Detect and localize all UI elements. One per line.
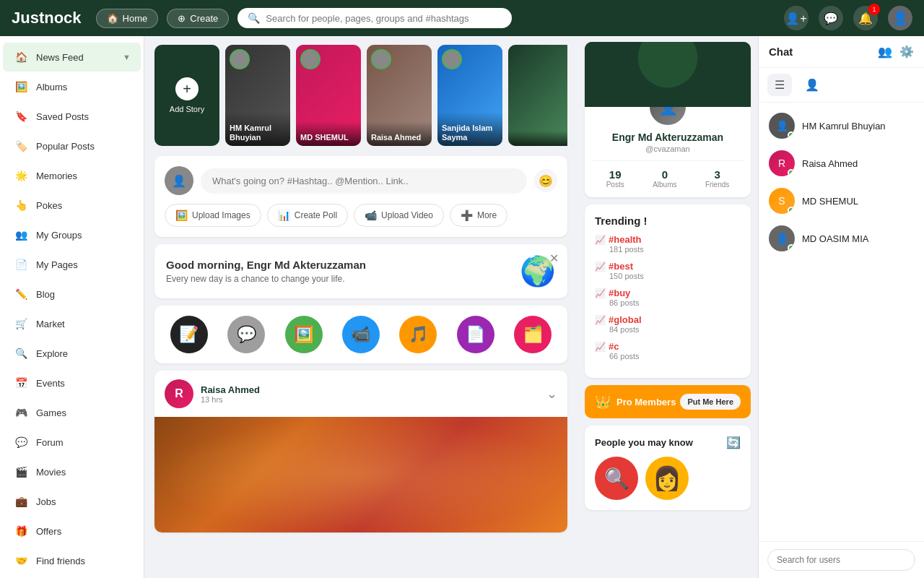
sidebar-item-forum[interactable]: 💬 Forum: [3, 428, 141, 457]
sidebar-item-blog[interactable]: ✏️ Blog: [3, 280, 141, 309]
sidebar-item-my-pages[interactable]: 📄 My Pages: [3, 250, 141, 279]
post-types-row: 📝 💬 🖼️ 📹 🎵 📄 🗂️: [154, 306, 567, 363]
main-feed: + Add Story HM Kamrul Bhuyian MD SHEMUL …: [144, 36, 578, 578]
feed-post-image: [154, 417, 567, 532]
trending-item-c[interactable]: #c 66 posts: [595, 341, 741, 361]
sidebar-item-news-feed[interactable]: 🏠 News Feed ▼: [3, 43, 141, 72]
home-button[interactable]: 🏠 Home: [96, 9, 159, 28]
person-card-1[interactable]: 🔍: [595, 457, 638, 500]
tab-messages[interactable]: ☰: [767, 74, 792, 96]
chat-item-md-oasim[interactable]: 👤 MD OASIM MIA: [759, 220, 924, 257]
search-input[interactable]: [266, 13, 502, 24]
person-card-2[interactable]: 👩: [645, 457, 689, 500]
trending-item-global[interactable]: #global 84 posts: [595, 314, 741, 334]
post-type-quote[interactable]: 💬: [227, 316, 265, 353]
chat-item-md-shemul[interactable]: S MD SHEMUL: [759, 182, 924, 220]
video-post-icon: 📹: [351, 325, 370, 344]
put-me-here-button[interactable]: Put Me Here: [680, 394, 741, 410]
trending-tag-buy: #buy: [595, 288, 741, 298]
tab-contacts[interactable]: 👤: [798, 74, 827, 96]
story-card-cover[interactable]: [508, 45, 567, 146]
post-actions: 🖼️ Upload Images 📊 Create Poll 📹 Upload …: [165, 204, 557, 227]
more-button[interactable]: ➕ More: [450, 204, 507, 227]
sidebar-item-memories[interactable]: 🌟 Memories: [3, 161, 141, 190]
sidebar-item-movies[interactable]: 🎬 Movies: [3, 457, 141, 486]
sidebar-item-my-groups[interactable]: 👥 My Groups: [3, 220, 141, 249]
stat-friends: 3 Friends: [705, 168, 729, 189]
trending-item-buy[interactable]: #buy 86 posts: [595, 288, 741, 307]
chat-item-hm-kamrul[interactable]: 👤 HM Kamrul Bhuyian: [759, 107, 924, 144]
notification-badge: 1: [868, 4, 880, 15]
close-button[interactable]: ✕: [549, 251, 559, 265]
albums-icon: 🖼️: [13, 79, 29, 95]
chat-avatar-hm-kamrul: 👤: [769, 113, 795, 139]
story-card-sanjida[interactable]: Sanjida Islam Sayma: [437, 45, 502, 146]
sidebar-item-find-friends[interactable]: 🤝 Find friends: [3, 546, 141, 575]
feed-post-username: Raisa Ahmed: [201, 384, 539, 395]
friends-count: 3: [705, 168, 729, 181]
chat-item-raisa-ahmed[interactable]: R Raisa Ahmed: [759, 144, 924, 182]
story-card-raisa-ahmed[interactable]: Raisa Ahmed: [367, 45, 432, 146]
chat-avatar-md-shemul: S: [769, 188, 795, 214]
refresh-button[interactable]: 🔄: [726, 436, 741, 449]
trending-count-buy: 86 posts: [609, 298, 741, 307]
upload-images-icon: 🖼️: [175, 210, 188, 221]
add-story-card[interactable]: + Add Story: [154, 45, 219, 146]
upload-images-button[interactable]: 🖼️ Upload Images: [165, 204, 261, 227]
main-layout: 🏠 News Feed ▼ 🖼️ Albums 🔖 Saved Posts 🏷️…: [0, 36, 924, 578]
create-poll-button[interactable]: 📊 Create Poll: [267, 204, 348, 227]
jobs-icon: 💼: [13, 493, 29, 509]
add-friend-button[interactable]: 👤+: [784, 6, 808, 30]
chat-search-input[interactable]: [767, 549, 915, 571]
trending-count-best: 150 posts: [609, 272, 741, 280]
sidebar-item-pokes[interactable]: 👆 Pokes: [3, 191, 141, 220]
add-contact-icon[interactable]: 👥: [878, 45, 892, 59]
post-input[interactable]: [201, 168, 527, 194]
feed-post-menu-button[interactable]: ⌄: [546, 386, 557, 402]
create-button[interactable]: ⊕ Create: [167, 9, 229, 28]
story-card-hm-kamrul[interactable]: HM Kamrul Bhuyian: [225, 45, 290, 146]
online-indicator-raisa: [788, 169, 795, 176]
explore-icon: 🔍: [13, 345, 29, 361]
post-type-gallery[interactable]: 🗂️: [514, 316, 552, 353]
chat-tabs: ☰ 👤: [759, 68, 924, 103]
search-icon: 🔍: [248, 12, 260, 24]
sidebar-item-albums[interactable]: 🖼️ Albums: [3, 72, 141, 101]
settings-icon[interactable]: ⚙️: [899, 45, 914, 59]
upload-video-button[interactable]: 📹 Upload Video: [354, 204, 444, 227]
story-avatar-hm-kamrul: [230, 49, 250, 69]
post-type-video[interactable]: 📹: [342, 316, 380, 353]
sidebar-item-games[interactable]: 🎮 Games: [3, 398, 141, 427]
memories-icon: 🌟: [13, 168, 29, 184]
emoji-button[interactable]: 😊: [534, 169, 557, 192]
sidebar-item-market[interactable]: 🛒 Market: [3, 309, 141, 338]
post-type-image[interactable]: 🖼️: [285, 316, 323, 353]
albums-label: Albums: [653, 181, 676, 189]
sidebar-item-events[interactable]: 📅 Events: [3, 368, 141, 397]
sidebar-item-explore[interactable]: 🔍 Explore: [3, 339, 141, 368]
trending-item-best[interactable]: #best 150 posts: [595, 261, 741, 280]
contacts-tab-icon: 👤: [805, 79, 819, 91]
search-bar[interactable]: 🔍: [237, 8, 512, 28]
people-header: People you may know 🔄: [595, 436, 741, 449]
notifications-button[interactable]: 🔔 1: [853, 6, 878, 30]
user-avatar-nav[interactable]: 👤: [888, 6, 912, 30]
people-you-may-know: People you may know 🔄 🔍 👩: [585, 426, 751, 510]
pro-members-card[interactable]: 👑 Pro Members Put Me Here: [585, 385, 751, 418]
sidebar-item-popular-posts[interactable]: 🏷️ Popular Posts: [3, 131, 141, 160]
trending-item-health[interactable]: #health 181 posts: [595, 234, 741, 254]
sidebar-item-saved-posts[interactable]: 🔖 Saved Posts: [3, 102, 141, 131]
sidebar-item-offers[interactable]: 🎁 Offers: [3, 517, 141, 545]
posts-count: 19: [606, 168, 624, 181]
post-type-file[interactable]: 📄: [457, 316, 494, 353]
post-type-text[interactable]: 📝: [170, 316, 208, 353]
post-type-music[interactable]: 🎵: [399, 316, 437, 353]
messages-button[interactable]: 💬: [819, 6, 843, 30]
messages-tab-icon: ☰: [775, 79, 785, 91]
file-post-icon: 📄: [466, 325, 485, 344]
feed-post-info: Raisa Ahmed 13 hrs: [201, 384, 539, 404]
stat-albums: 0 Albums: [653, 168, 676, 189]
sidebar-item-jobs[interactable]: 💼 Jobs: [3, 487, 141, 516]
story-card-md-shemul[interactable]: MD SHEMUL: [296, 45, 361, 146]
gallery-post-icon: 🗂️: [523, 325, 543, 344]
